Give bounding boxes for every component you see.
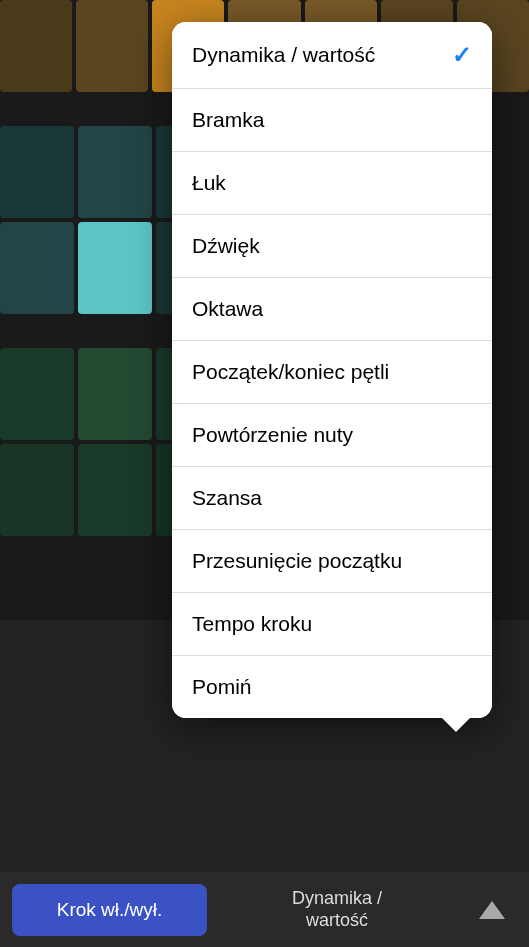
bottom-toolbar: Krok wł./wył. Dynamika / wartość <box>0 872 529 947</box>
grid-cell[interactable] <box>0 126 74 218</box>
edit-mode-button[interactable]: Dynamika / wartość <box>217 884 457 936</box>
menu-item-pomin[interactable]: Pomiń <box>172 656 492 718</box>
menu-item-bramka[interactable]: Bramka <box>172 89 492 152</box>
grid-cell[interactable] <box>0 444 74 536</box>
edit-mode-menu: Dynamika / wartość ✓ Bramka Łuk Dźwięk O… <box>172 22 492 718</box>
menu-item-label: Dynamika / wartość <box>192 43 375 67</box>
checkmark-icon: ✓ <box>452 41 472 69</box>
menu-item-tempo[interactable]: Tempo kroku <box>172 593 492 656</box>
menu-item-label: Pomiń <box>192 675 252 699</box>
grid-cell[interactable] <box>78 444 152 536</box>
menu-item-label: Tempo kroku <box>192 612 312 636</box>
menu-item-label: Początek/koniec pętli <box>192 360 389 384</box>
menu-item-label: Powtórzenie nuty <box>192 423 353 447</box>
menu-item-powtorzenie[interactable]: Powtórzenie nuty <box>172 404 492 467</box>
grid-cell[interactable] <box>76 0 148 92</box>
menu-item-dynamika[interactable]: Dynamika / wartość ✓ <box>172 22 492 89</box>
grid-cell[interactable] <box>78 222 152 314</box>
menu-item-oktawa[interactable]: Oktawa <box>172 278 492 341</box>
grid-cell[interactable] <box>0 348 74 440</box>
menu-item-szansa[interactable]: Szansa <box>172 467 492 530</box>
edit-mode-popover: Dynamika / wartość ✓ Bramka Łuk Dźwięk O… <box>172 22 492 718</box>
menu-item-dzwiek[interactable]: Dźwięk <box>172 215 492 278</box>
grid-cell[interactable] <box>78 348 152 440</box>
menu-item-label: Szansa <box>192 486 262 510</box>
menu-item-label: Dźwięk <box>192 234 260 258</box>
menu-item-label: Bramka <box>192 108 264 132</box>
grid-cell[interactable] <box>78 126 152 218</box>
menu-item-luk[interactable]: Łuk <box>172 152 492 215</box>
menu-item-przesuniecie[interactable]: Przesunięcie początku <box>172 530 492 593</box>
triangle-up-icon <box>479 901 505 919</box>
menu-item-poczatek-koniec[interactable]: Początek/koniec pętli <box>172 341 492 404</box>
grid-cell[interactable] <box>0 222 74 314</box>
menu-item-label: Łuk <box>192 171 226 195</box>
step-toggle-button[interactable]: Krok wł./wył. <box>12 884 207 936</box>
menu-item-label: Przesunięcie początku <box>192 549 402 573</box>
menu-toggle-button[interactable] <box>467 884 517 936</box>
menu-item-label: Oktawa <box>192 297 263 321</box>
grid-cell[interactable] <box>0 0 72 92</box>
